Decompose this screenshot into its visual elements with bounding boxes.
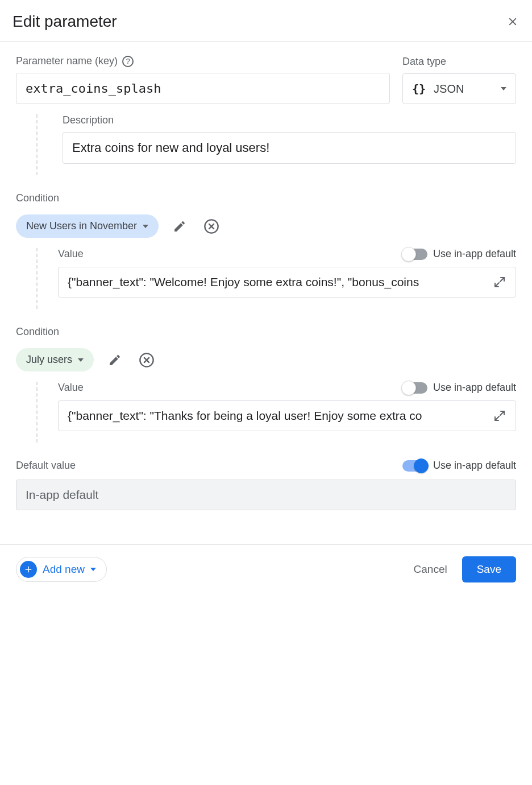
description-label: Description	[63, 114, 516, 126]
pencil-icon	[108, 353, 122, 367]
help-icon[interactable]: ?	[122, 56, 134, 67]
toggle-label: Use in-app default	[433, 382, 516, 394]
remove-condition-button[interactable]	[201, 216, 222, 237]
use-in-app-default-toggle[interactable]	[402, 382, 427, 394]
description-input[interactable]	[63, 132, 516, 164]
close-circle-icon	[139, 352, 155, 368]
expand-icon[interactable]	[493, 409, 506, 423]
chevron-down-icon	[78, 358, 84, 362]
edit-condition-button[interactable]	[104, 349, 126, 371]
close-button[interactable]	[506, 15, 519, 28]
condition-chip-july-users[interactable]: July users	[16, 348, 94, 371]
chevron-down-icon	[143, 225, 148, 228]
close-circle-icon	[203, 218, 219, 234]
param-name-label: Parameter name (key)	[16, 55, 118, 67]
remove-condition-button[interactable]	[136, 349, 157, 371]
chevron-down-icon	[501, 87, 506, 90]
data-type-select[interactable]: {} JSON	[402, 73, 516, 104]
use-in-app-default-toggle[interactable]	[402, 460, 427, 472]
close-icon	[506, 15, 519, 28]
toggle-label: Use in-app default	[433, 460, 516, 472]
cancel-button[interactable]: Cancel	[414, 563, 447, 576]
add-new-label: Add new	[43, 563, 85, 576]
condition-label: Condition	[16, 192, 516, 204]
condition-value-input[interactable]: {"banner_text": "Thanks for being a loya…	[58, 400, 516, 431]
data-type-value: JSON	[434, 82, 493, 96]
condition-chip-label: July users	[26, 354, 72, 366]
condition-value-text: {"banner_text": "Thanks for being a loya…	[68, 409, 485, 423]
plus-circle-icon	[20, 561, 37, 578]
value-label: Value	[58, 382, 84, 394]
page-title: Edit parameter	[13, 13, 117, 31]
param-name-input[interactable]	[16, 73, 390, 104]
use-in-app-default-toggle[interactable]	[402, 249, 427, 260]
condition-label: Condition	[16, 326, 516, 338]
pencil-icon	[173, 220, 186, 233]
chevron-down-icon	[90, 568, 96, 571]
edit-condition-button[interactable]	[169, 216, 190, 237]
condition-chip-label: New Users in November	[26, 220, 137, 232]
save-button[interactable]: Save	[462, 556, 516, 582]
json-icon: {}	[412, 82, 426, 96]
add-new-button[interactable]: Add new	[16, 557, 107, 582]
expand-icon[interactable]	[493, 275, 506, 289]
value-label: Value	[58, 248, 84, 260]
condition-value-text: {"banner_text": "Welcome! Enjoy some ext…	[68, 275, 485, 289]
condition-value-input[interactable]: {"banner_text": "Welcome! Enjoy some ext…	[58, 267, 516, 298]
default-value-label: Default value	[16, 460, 76, 472]
condition-chip-new-users[interactable]: New Users in November	[16, 214, 159, 238]
default-value-text: In-app default	[26, 488, 506, 502]
default-value-input: In-app default	[16, 480, 516, 510]
data-type-label: Data type	[402, 56, 446, 68]
toggle-label: Use in-app default	[433, 248, 516, 260]
